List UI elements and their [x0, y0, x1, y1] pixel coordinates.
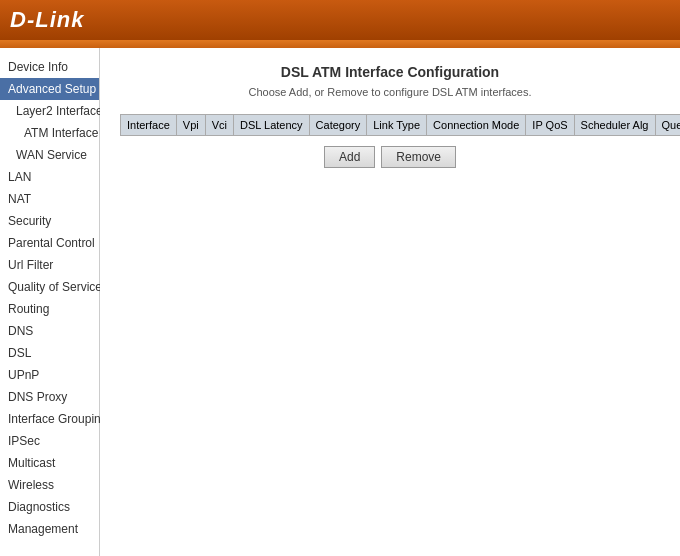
header: D-Link [0, 0, 680, 40]
sidebar-item-quality-of-service[interactable]: Quality of Service [0, 276, 99, 298]
sidebar-item-upnp[interactable]: UPnP [0, 364, 99, 386]
col-header-ip-qos: IP QoS [526, 115, 574, 136]
col-header-dsl-latency: DSL Latency [234, 115, 310, 136]
sidebar-item-url-filter[interactable]: Url Filter [0, 254, 99, 276]
sidebar-item-diagnostics[interactable]: Diagnostics [0, 496, 99, 518]
sidebar-item-nat[interactable]: NAT [0, 188, 99, 210]
sidebar-item-lan[interactable]: LAN [0, 166, 99, 188]
sidebar-item-dns-proxy[interactable]: DNS Proxy [0, 386, 99, 408]
sidebar-item-parental-control[interactable]: Parental Control [0, 232, 99, 254]
sidebar-item-wireless[interactable]: Wireless [0, 474, 99, 496]
sidebar-item-security[interactable]: Security [0, 210, 99, 232]
sidebar-item-wan-service[interactable]: WAN Service [0, 144, 99, 166]
add-button[interactable]: Add [324, 146, 375, 168]
col-header-interface: Interface [121, 115, 177, 136]
sidebar-item-dns[interactable]: DNS [0, 320, 99, 342]
sidebar-item-dsl[interactable]: DSL [0, 342, 99, 364]
page-subtitle: Choose Add, or Remove to configure DSL A… [120, 86, 660, 98]
col-header-vpi: Vpi [176, 115, 205, 136]
remove-button[interactable]: Remove [381, 146, 456, 168]
col-header-vci: Vci [205, 115, 233, 136]
col-header-category: Category [309, 115, 367, 136]
sidebar-item-layer2-interface[interactable]: Layer2 Interface [0, 100, 99, 122]
page-title: DSL ATM Interface Configuration [120, 64, 660, 80]
sidebar-item-device-info[interactable]: Device Info [0, 56, 99, 78]
sidebar-item-routing[interactable]: Routing [0, 298, 99, 320]
orange-bar [0, 40, 680, 48]
sidebar-item-interface-grouping[interactable]: Interface Grouping [0, 408, 99, 430]
main-content: DSL ATM Interface Configuration Choose A… [100, 48, 680, 556]
sidebar-item-multicast[interactable]: Multicast [0, 452, 99, 474]
config-table: InterfaceVpiVciDSL LatencyCategoryLink T… [120, 114, 680, 136]
sidebar: Device InfoAdvanced SetupLayer2 Interfac… [0, 48, 100, 556]
sidebar-item-management[interactable]: Management [0, 518, 99, 540]
sidebar-item-ipsec[interactable]: IPSec [0, 430, 99, 452]
col-header-scheduler-alg: Scheduler Alg [574, 115, 655, 136]
col-header-queue-weight: Queue Weight [655, 115, 680, 136]
sidebar-item-advanced-setup[interactable]: Advanced Setup [0, 78, 99, 100]
col-header-link-type: Link Type [367, 115, 427, 136]
col-header-connection-mode: Connection Mode [427, 115, 526, 136]
layout: Device InfoAdvanced SetupLayer2 Interfac… [0, 48, 680, 556]
sidebar-item-atm-interface[interactable]: ATM Interface [0, 122, 99, 144]
dlink-logo: D-Link [10, 7, 84, 33]
button-row: Add Remove [120, 146, 660, 168]
